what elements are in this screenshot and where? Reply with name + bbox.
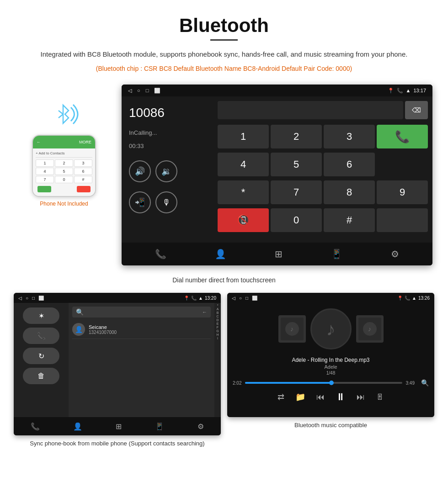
bluetooth-phone-icon[interactable]: 📱: [331, 249, 342, 259]
alpha-f: F: [217, 326, 219, 329]
bluetooth-icon-wrap: [46, 98, 82, 130]
android-dial-screen: ◁ ○ □ ⬜ 📍 📞 ▲ 13:17 10086 InCalling... 0…: [122, 85, 432, 265]
key-0[interactable]: 0: [271, 208, 322, 232]
bluetooth-sidebar-btn[interactable]: ✶: [23, 307, 59, 324]
music-album-row: ♪ ♪ ♪: [278, 308, 384, 349]
key-2[interactable]: 2: [271, 125, 322, 148]
dial-left-panel: 10086 InCalling... 00:33 🔊 🔉 📲 🎙: [122, 96, 213, 243]
transfer-button[interactable]: 📲: [129, 191, 151, 213]
contacts-status-left: ◁ ○ □ ⬜: [18, 296, 44, 301]
dialpad-tab-icon[interactable]: ⊞: [275, 249, 283, 259]
music-screen-wrap: ◁ ○ □ ⬜ 📍 📞 ▲ 13:26 ♪: [227, 293, 434, 448]
back-icon: ◁: [128, 88, 132, 94]
shuffle-button[interactable]: ⇄: [277, 392, 284, 402]
key-9[interactable]: 9: [377, 180, 428, 204]
dial-status-bar: ◁ ○ □ ⬜ 📍 📞 ▲ 13:17: [122, 85, 432, 96]
contacts-caption: Sync phone-book from mobile phone (Suppo…: [14, 439, 221, 448]
phone-key-3: 3: [74, 159, 92, 167]
dial-timer-display: 00:33: [129, 143, 206, 149]
contacts-mini-android: ◁ ○ □ ⬜ 📍 📞 ▲ 13:20 ✶ 📞 ↻ 🗑: [14, 293, 221, 435]
next-button[interactable]: ⏭: [357, 392, 365, 402]
dial-input-row: ⌫: [218, 101, 428, 119]
contact-item: 👤 Seicane 13241007000: [72, 320, 211, 339]
c-home-icon: ○: [26, 296, 28, 301]
music-total-time: 3:49: [406, 381, 415, 386]
music-current-time: 2:02: [233, 381, 241, 386]
phone-mockup: ← MORE + Add to Contacts 1 2 3 4 5 6 7 0…: [32, 135, 96, 197]
music-progress-bar[interactable]: [245, 382, 402, 384]
m-screenshot-icon: ⬜: [252, 296, 257, 301]
key-5[interactable]: 5: [271, 153, 322, 176]
delete-sidebar-btn[interactable]: 🗑: [23, 368, 59, 384]
alpha-d: D: [216, 318, 219, 322]
contacts-status-bar: ◁ ○ □ ⬜ 📍 📞 ▲ 13:20: [14, 293, 221, 303]
folder-button[interactable]: 📁: [295, 392, 305, 402]
c-calls-icon[interactable]: 📞: [31, 422, 40, 431]
phone-key-2: 2: [55, 159, 73, 167]
dial-controls-row1: 🔊 🔉: [129, 160, 206, 182]
key-hash[interactable]: #: [324, 208, 375, 232]
music-search-icon[interactable]: 🔍: [421, 379, 429, 386]
phone-sidebar-btn[interactable]: 📞: [23, 328, 59, 344]
alpha-c: C: [216, 315, 219, 318]
music-content: ♪ ♪ ♪ Adele - Ro: [227, 303, 434, 417]
location-icon: 📍: [388, 88, 394, 94]
c-settings-icon[interactable]: ⚙: [197, 422, 204, 431]
phone-key-6: 6: [74, 168, 92, 175]
mute-button[interactable]: 🎙: [155, 191, 177, 213]
key-3[interactable]: 3: [324, 125, 375, 148]
c-bt-phone-icon[interactable]: 📱: [155, 422, 164, 431]
c-contacts-icon[interactable]: 👤: [73, 422, 82, 431]
key-4[interactable]: 4: [218, 153, 269, 176]
phone-key-hash: #: [74, 176, 92, 183]
music-progress-fill: [245, 382, 331, 384]
screenshot-icon: ⬜: [154, 88, 160, 94]
music-progress-dot: [329, 381, 334, 385]
music-progress-row: 2:02 3:49 🔍: [233, 379, 429, 386]
contacts-screen-wrap: ◁ ○ □ ⬜ 📍 📞 ▲ 13:20 ✶ 📞 ↻ 🗑: [14, 293, 221, 448]
volume-up-button[interactable]: 🔊: [129, 160, 151, 182]
m-back-icon: ◁: [232, 296, 235, 301]
settings-tab-icon[interactable]: ⚙: [391, 249, 399, 259]
title-underline: [210, 39, 238, 41]
wifi-icon: ▲: [406, 88, 411, 93]
eq-button[interactable]: 🎚: [376, 392, 384, 402]
contacts-tab-icon[interactable]: 👤: [215, 249, 226, 259]
dial-caption: Dial number direct from touchscreen: [0, 276, 448, 284]
status-left: ◁ ○ □ ⬜: [128, 88, 160, 94]
calls-tab-icon[interactable]: 📞: [155, 249, 166, 259]
contacts-search-row: 🔍 ←: [72, 307, 211, 318]
phone-divider: [36, 157, 92, 158]
key-6[interactable]: 6: [324, 153, 375, 176]
prev-button[interactable]: ⏮: [316, 392, 325, 402]
call-button[interactable]: 📞: [377, 125, 428, 148]
volume-down-button[interactable]: 🔉: [155, 160, 177, 182]
end-call-button[interactable]: 📵: [218, 208, 269, 232]
key-7[interactable]: 7: [271, 180, 322, 204]
key-star[interactable]: *: [218, 180, 269, 204]
music-song-title: Adele - Rolling In the Deep.mp3: [292, 357, 369, 363]
dial-right-panel: ⌫ 1 2 3 📞 4 5 6 * 7 8 9 📵 0 #: [213, 96, 432, 243]
contacts-sidebar: ✶ 📞 ↻ 🗑: [14, 303, 69, 417]
phone-container: ← MORE + Add to Contacts 1 2 3 4 5 6 7 0…: [14, 85, 114, 207]
search-icon: 🔍: [76, 308, 84, 316]
key-8[interactable]: 8: [324, 180, 375, 204]
search-back-icon: ←: [202, 309, 207, 315]
phone-menu-label: MORE: [79, 140, 91, 144]
contacts-time: 13:20: [205, 296, 216, 301]
contacts-status-right: 📍 📞 ▲ 13:20: [184, 296, 216, 301]
key-1[interactable]: 1: [218, 125, 269, 148]
play-pause-button[interactable]: ⏸: [336, 391, 346, 403]
delete-button[interactable]: ⌫: [405, 101, 428, 119]
c-screenshot-icon: ⬜: [38, 296, 44, 301]
contacts-bottom-bar: 📞 👤 ⊞ 📱 ⚙: [14, 417, 221, 435]
c-dialpad-icon[interactable]: ⊞: [116, 422, 122, 431]
refresh-sidebar-btn[interactable]: ↻: [23, 348, 59, 364]
phone-signal-icon: 📞: [397, 88, 403, 94]
phone-end-button: [77, 186, 91, 192]
home-icon: ○: [137, 88, 140, 93]
phone-call-button: [37, 186, 51, 192]
m-home-icon: ○: [239, 296, 242, 301]
bottom-row: ◁ ○ □ ⬜ 📍 📞 ▲ 13:20 ✶ 📞 ↻ 🗑: [0, 293, 448, 448]
music-time: 13:26: [418, 296, 430, 301]
